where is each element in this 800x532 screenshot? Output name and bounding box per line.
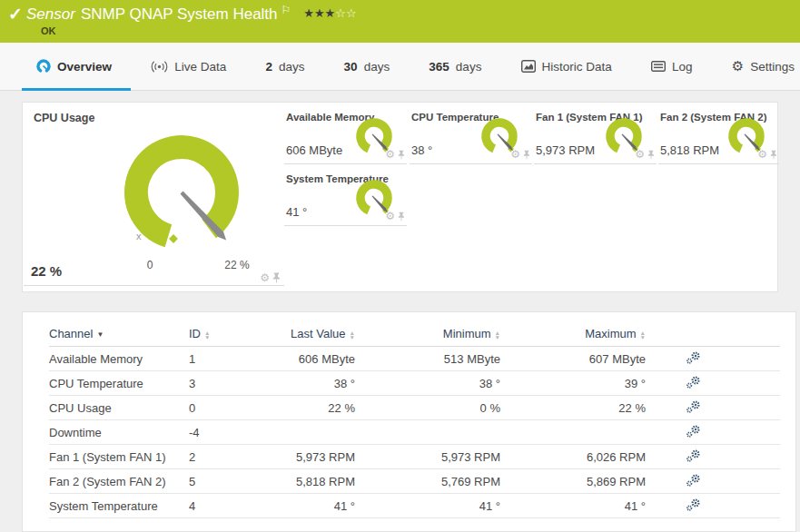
tab-overview[interactable]: Overview xyxy=(36,59,112,74)
status-badge: OK xyxy=(41,25,56,36)
gauge-cell-system-temperature: System Temperature 41 ° ⚙ xyxy=(284,170,407,226)
maximum-value: 5,869 RPM xyxy=(500,475,646,488)
gauge-settings-gear-icon[interactable]: ⚙ xyxy=(260,272,270,283)
tab-log[interactable]: Log xyxy=(651,60,693,74)
column-header-maximum[interactable]: Maximum▲▼ xyxy=(500,327,646,340)
sort-icon: ▲▼ xyxy=(640,330,646,340)
gauge-value: 5,973 RPM xyxy=(536,143,595,157)
tab-30-days[interactable]: 30 days xyxy=(344,60,390,74)
sensor-name: SNMP QNAP System Health xyxy=(81,5,278,23)
table-row: Downtime -4 xyxy=(49,420,780,445)
gauge-pin-icon[interactable] xyxy=(770,150,777,160)
tab-settings[interactable]: ⚙ Settings xyxy=(732,58,795,74)
object-type-label: Sensor xyxy=(26,5,75,23)
tab-365-days-number: 365 xyxy=(429,60,449,74)
maximum-value: 22 % xyxy=(500,401,646,415)
stars-empty[interactable]: ☆☆ xyxy=(335,6,356,20)
sort-desc-icon: ▼ xyxy=(96,330,104,339)
channel-settings-icon[interactable] xyxy=(686,376,700,391)
status-check-icon: ✓ xyxy=(8,4,23,25)
tab-2-days-number: 2 xyxy=(265,60,272,74)
table-row: System Temperature 4 41 ° 41 ° 41 ° xyxy=(49,494,780,518)
last-value: 22 % xyxy=(260,401,355,415)
gauge-settings-gear-icon[interactable]: ⚙ xyxy=(385,211,395,222)
last-value: 606 MByte xyxy=(260,352,355,366)
gauge-settings-gear-icon[interactable]: ⚙ xyxy=(510,149,520,160)
minimum-value: 5,973 RPM xyxy=(355,450,500,464)
channel-settings-icon[interactable] xyxy=(686,425,700,440)
gauges-panel: CPU Usage x 0 22 % 22 % ⚙ Available Memo… xyxy=(22,102,778,292)
channel-settings-icon[interactable] xyxy=(686,400,700,416)
maximum-value: 6,026 RPM xyxy=(500,450,646,464)
tab-live-data-label: Live Data xyxy=(174,60,226,74)
priority-stars[interactable]: ★★★☆☆ xyxy=(303,6,356,20)
tab-365-days[interactable]: 365 days xyxy=(429,60,481,74)
minimum-value: 41 ° xyxy=(355,499,500,513)
channel-settings-icon[interactable] xyxy=(686,351,700,367)
gauge-settings-gear-icon[interactable]: ⚙ xyxy=(635,149,645,160)
channel-settings-icon[interactable] xyxy=(686,498,700,514)
tab-2-days[interactable]: 2 days xyxy=(265,60,304,74)
minimum-value: 0 % xyxy=(355,401,500,415)
gauge-cell-fan-1: Fan 1 (System FAN 1) 5,973 RPM ⚙ xyxy=(534,108,657,164)
channel-id: 0 xyxy=(189,401,260,415)
table-row: Fan 1 (System FAN 1) 2 5,973 RPM 5,973 R… xyxy=(49,445,780,469)
gauge-cell-available-memory: Available Memory 606 MByte ⚙ xyxy=(284,108,407,164)
channel-name: Fan 1 (System FAN 1) xyxy=(49,450,189,464)
tab-log-label: Log xyxy=(672,60,693,74)
tab-2-days-label: days xyxy=(279,60,305,74)
tab-live-data[interactable]: Live Data xyxy=(151,60,226,74)
channel-settings-icon[interactable] xyxy=(686,474,700,489)
gauge-value: 606 MByte xyxy=(286,143,342,157)
column-header-channel[interactable]: Channel▼ xyxy=(49,327,189,340)
cpu-usage-gauge: x xyxy=(116,127,247,258)
last-value: 41 ° xyxy=(260,499,355,513)
gauge-value: 38 ° xyxy=(411,143,432,157)
primary-gauge-value: 22 % xyxy=(31,263,62,279)
gauge-cell-fan-2: Fan 2 (System FAN 2) 5,818 RPM ⚙ xyxy=(658,108,779,164)
channel-id: 3 xyxy=(189,377,260,390)
sort-icon: ▲▼ xyxy=(204,330,210,340)
primary-gauge-title: CPU Usage xyxy=(34,112,94,124)
gauge-pin-icon[interactable] xyxy=(398,150,405,160)
gauge-settings-gear-icon[interactable]: ⚙ xyxy=(385,149,395,160)
flag-icon[interactable]: ⚐ xyxy=(281,4,291,16)
last-value: 38 ° xyxy=(260,377,355,390)
gauge-value: 41 ° xyxy=(286,205,307,219)
sensor-status-header: ✓ SensorSNMP QNAP System Health⚐★★★☆☆ OK xyxy=(0,0,800,43)
channel-settings-icon[interactable] xyxy=(686,449,700,465)
minimum-value: 513 MByte xyxy=(355,352,500,366)
gauge-settings-gear-icon[interactable]: ⚙ xyxy=(757,149,767,160)
gauge-scale-max: 22 % xyxy=(217,259,257,271)
gauge-pin-icon[interactable] xyxy=(398,212,405,222)
cell-separator xyxy=(24,285,284,286)
last-value: 5,818 RPM xyxy=(260,475,355,488)
tab-30-days-number: 30 xyxy=(344,60,358,74)
last-value: 5,973 RPM xyxy=(260,450,355,464)
column-header-minimum[interactable]: Minimum▲▼ xyxy=(355,327,500,340)
gauge-pin-icon[interactable] xyxy=(272,272,281,283)
tab-bar: Overview Live Data 2 days 30 days 365 da… xyxy=(0,43,800,91)
channel-table: Channel▼ ID▲▼ Last Value▲▼ Minimum▲▼ Max… xyxy=(49,321,780,518)
column-header-last-value[interactable]: Last Value▲▼ xyxy=(260,327,355,340)
gauge-cell-cpu-temperature: CPU Temperature 38 ° ⚙ xyxy=(410,108,532,164)
gear-icon: ⚙ xyxy=(732,58,744,74)
minimum-value: 38 ° xyxy=(355,377,500,390)
gauge-pin-icon[interactable] xyxy=(523,150,530,160)
channel-id: 5 xyxy=(189,475,260,488)
page-title: SensorSNMP QNAP System Health⚐★★★☆☆ xyxy=(26,4,357,24)
gauge-pin-icon[interactable] xyxy=(647,150,655,160)
channel-name: Downtime xyxy=(49,426,189,439)
table-row: CPU Usage 0 22 % 0 % 22 % xyxy=(49,396,780,420)
column-header-id[interactable]: ID▲▼ xyxy=(189,327,260,340)
table-row: CPU Temperature 3 38 ° 38 ° 39 ° xyxy=(49,371,780,396)
channel-id: 1 xyxy=(189,352,260,366)
gauge-icon xyxy=(36,59,51,74)
table-row: Fan 2 (System FAN 2) 5 5,818 RPM 5,769 R… xyxy=(49,469,780,494)
table-header-row: Channel▼ ID▲▼ Last Value▲▼ Minimum▲▼ Max… xyxy=(49,321,780,347)
minimum-value: 5,769 RPM xyxy=(355,475,500,488)
stars-filled[interactable]: ★★★ xyxy=(303,6,335,20)
tab-historic-data[interactable]: Historic Data xyxy=(521,60,612,74)
tab-365-days-label: days xyxy=(456,60,482,74)
channel-name: Fan 2 (System FAN 2) xyxy=(49,475,189,488)
